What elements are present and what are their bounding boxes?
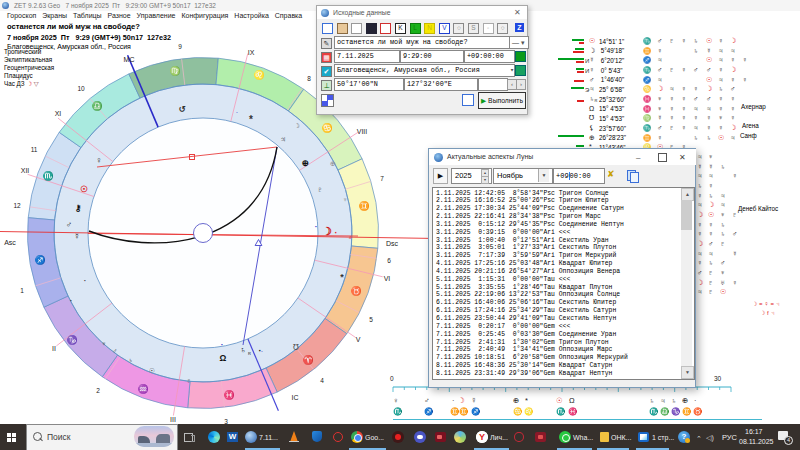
svg-text:⊕: ⊕ — [682, 396, 688, 405]
svg-text:♌: ♌ — [524, 407, 534, 416]
svg-text:30: 30 — [714, 375, 722, 382]
svg-text:♏: ♏ — [649, 407, 659, 416]
svg-text:♂: ♂ — [424, 396, 430, 405]
svg-text:♋: ♋ — [513, 407, 523, 416]
svg-text:♄: ♄ — [671, 396, 677, 405]
svg-text:·: · — [694, 396, 697, 405]
svg-text:♐: ♐ — [424, 407, 434, 416]
svg-text:Ω: Ω — [569, 396, 575, 405]
svg-text:♀: ♀ — [393, 396, 399, 405]
svg-text:♑: ♑ — [671, 407, 681, 416]
svg-text:♎: ♎ — [660, 407, 670, 416]
svg-text:☽: ☽ — [458, 396, 465, 405]
svg-text:♊: ♊ — [682, 407, 692, 416]
svg-text:·: · — [452, 396, 455, 405]
svg-text:♐: ♐ — [471, 407, 481, 416]
svg-text:♓: ♓ — [568, 407, 578, 416]
svg-text:♃: ♃ — [660, 396, 666, 405]
svg-text:☉: ☉ — [556, 396, 563, 405]
svg-text:♉: ♉ — [693, 407, 703, 416]
svg-text:0: 0 — [390, 375, 394, 382]
svg-text:*: * — [525, 396, 528, 405]
svg-text:⊕: ⊕ — [513, 396, 519, 405]
svg-text:♏: ♏ — [556, 407, 566, 416]
svg-text:♏: ♏ — [393, 407, 403, 416]
svg-text:♊: ♊ — [459, 407, 469, 416]
svg-text:☿: ☿ — [471, 396, 477, 405]
svg-text:♄: ♄ — [649, 396, 655, 405]
